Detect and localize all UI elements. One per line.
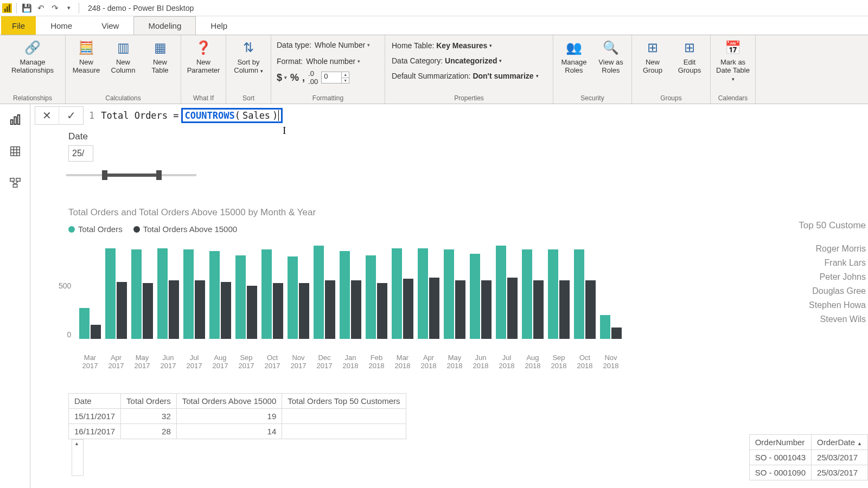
- new-column-button[interactable]: ▥New Column: [106, 37, 141, 93]
- bar-total-orders[interactable]: [496, 246, 506, 339]
- undo-icon[interactable]: ↶: [35, 3, 46, 14]
- bar-total-orders-above[interactable]: [325, 280, 335, 339]
- spinner-up-icon[interactable]: ▲: [341, 72, 349, 78]
- tab-view[interactable]: View: [87, 16, 133, 35]
- bar-group[interactable]: [131, 249, 153, 339]
- bar-total-orders-above[interactable]: [169, 280, 179, 339]
- new-table-button[interactable]: ▦New Table: [143, 37, 177, 93]
- bar-group[interactable]: [209, 251, 231, 339]
- table-row[interactable]: 15/11/20173219: [69, 409, 406, 424]
- bar-total-orders-above[interactable]: [91, 325, 101, 339]
- tab-home[interactable]: Home: [36, 16, 87, 35]
- format-dropdown[interactable]: Whole number▾: [306, 57, 360, 66]
- bar-total-orders[interactable]: [79, 308, 90, 339]
- customer-item[interactable]: Frank Lars: [770, 258, 866, 268]
- table-header[interactable]: Date: [69, 394, 121, 409]
- bar-total-orders[interactable]: [470, 254, 480, 339]
- bar-group[interactable]: [340, 251, 361, 339]
- bar-group[interactable]: [288, 256, 309, 339]
- bar-total-orders-above[interactable]: [117, 282, 127, 339]
- currency-button[interactable]: $▾: [277, 72, 287, 84]
- data-view-icon[interactable]: [7, 143, 23, 159]
- bar-total-orders[interactable]: [418, 248, 428, 339]
- bar-total-orders-above[interactable]: [221, 282, 231, 339]
- bar-total-orders-above[interactable]: [507, 278, 518, 339]
- bar-group[interactable]: [574, 249, 596, 339]
- sort-by-column-button[interactable]: ⇅Sort by Column ▾: [229, 37, 267, 93]
- table-scrollbar[interactable]: [72, 439, 84, 476]
- bar-total-orders-above[interactable]: [533, 280, 544, 339]
- manage-roles-button[interactable]: 👥Manage Roles: [557, 37, 591, 93]
- new-measure-button[interactable]: 🧮New Measure: [69, 37, 104, 93]
- default-summarization-dropdown[interactable]: Default Summarization: Don't summarize ▾: [388, 69, 550, 83]
- report-view-icon[interactable]: [7, 112, 23, 128]
- bar-total-orders-above[interactable]: [481, 280, 492, 339]
- bar-total-orders[interactable]: [105, 248, 116, 339]
- bar-total-orders-above[interactable]: [559, 280, 570, 339]
- bar-total-orders[interactable]: [444, 249, 454, 339]
- bar-total-orders[interactable]: [157, 248, 168, 339]
- bar-group[interactable]: [79, 308, 101, 339]
- bar-group[interactable]: [183, 249, 205, 339]
- table-row[interactable]: SO - 000104325/03/2017: [749, 450, 867, 465]
- bar-group[interactable]: [235, 255, 257, 339]
- customer-item[interactable]: Steven Wils: [770, 314, 866, 324]
- bar-group[interactable]: [548, 249, 570, 339]
- thousands-button[interactable]: ,: [302, 72, 305, 84]
- bar-total-orders-above[interactable]: [585, 280, 596, 339]
- save-icon[interactable]: 💾: [21, 3, 32, 14]
- legend-item[interactable]: Total Orders: [68, 224, 123, 234]
- slider-handle-end[interactable]: [156, 170, 162, 180]
- spinner-down-icon[interactable]: ▼: [341, 78, 349, 84]
- bar-total-orders[interactable]: [392, 248, 402, 339]
- date-input[interactable]: 25/: [68, 145, 93, 162]
- bar-group[interactable]: [418, 248, 439, 339]
- model-view-icon[interactable]: [7, 175, 23, 191]
- table-header[interactable]: Total Orders Above 15000: [176, 394, 282, 409]
- bar-group[interactable]: [366, 255, 387, 339]
- col-ordernumber[interactable]: OrderNumber: [749, 435, 811, 450]
- bar-total-orders-above[interactable]: [299, 283, 309, 339]
- file-tab[interactable]: File: [1, 16, 36, 35]
- col-orderdate[interactable]: OrderDate: [812, 435, 868, 450]
- bar-total-orders-above[interactable]: [143, 283, 153, 339]
- bar-total-orders-above[interactable]: [403, 279, 413, 339]
- bar-total-orders[interactable]: [574, 249, 584, 339]
- bar-total-orders-above[interactable]: [455, 280, 465, 339]
- customer-item[interactable]: Stephen Howa: [770, 300, 866, 310]
- edit-groups-button[interactable]: ⊞Edit Groups: [672, 37, 707, 93]
- formula-cancel-button[interactable]: ✕: [35, 107, 59, 124]
- data-category-dropdown[interactable]: Data Category: Uncategorized ▾: [388, 54, 550, 68]
- bar-total-orders[interactable]: [235, 255, 246, 339]
- bar-group[interactable]: [314, 246, 335, 339]
- bar-total-orders-above[interactable]: [273, 283, 283, 339]
- tab-modeling[interactable]: Modeling: [133, 16, 196, 35]
- table-header[interactable]: Total Orders Top 50 Customers: [282, 394, 406, 409]
- slider-handle-start[interactable]: [102, 170, 107, 180]
- bar-total-orders[interactable]: [522, 249, 532, 339]
- bar-total-orders-above[interactable]: [195, 280, 205, 339]
- bar-group[interactable]: [496, 246, 518, 339]
- bar-total-orders-above[interactable]: [377, 283, 387, 339]
- bar-total-orders-above[interactable]: [611, 328, 622, 339]
- view-as-roles-button[interactable]: 🔍View as Roles: [593, 37, 628, 93]
- bar-total-orders[interactable]: [288, 256, 298, 339]
- tab-help[interactable]: Help: [196, 16, 242, 35]
- bar-total-orders[interactable]: [131, 249, 142, 339]
- customer-item[interactable]: Douglas Gree: [770, 286, 866, 296]
- bar-total-orders-above[interactable]: [351, 280, 361, 339]
- formula-commit-button[interactable]: ✓: [59, 107, 83, 124]
- bar-total-orders[interactable]: [340, 251, 350, 339]
- bar-total-orders[interactable]: [261, 249, 272, 339]
- bar-group[interactable]: [261, 249, 283, 339]
- bar-group[interactable]: [522, 249, 544, 339]
- bar-group[interactable]: [392, 248, 413, 339]
- new-parameter-button[interactable]: ❓New Parameter: [184, 37, 222, 93]
- bar-total-orders[interactable]: [314, 246, 324, 339]
- legend-item[interactable]: Total Orders Above 15000: [133, 224, 237, 234]
- percent-button[interactable]: %: [290, 72, 299, 84]
- bar-total-orders-above[interactable]: [429, 278, 439, 339]
- mark-date-table-button[interactable]: 📅Mark as Date Table ▾: [714, 37, 752, 93]
- table-header[interactable]: Total Orders: [121, 394, 177, 409]
- bar-group[interactable]: [470, 254, 492, 339]
